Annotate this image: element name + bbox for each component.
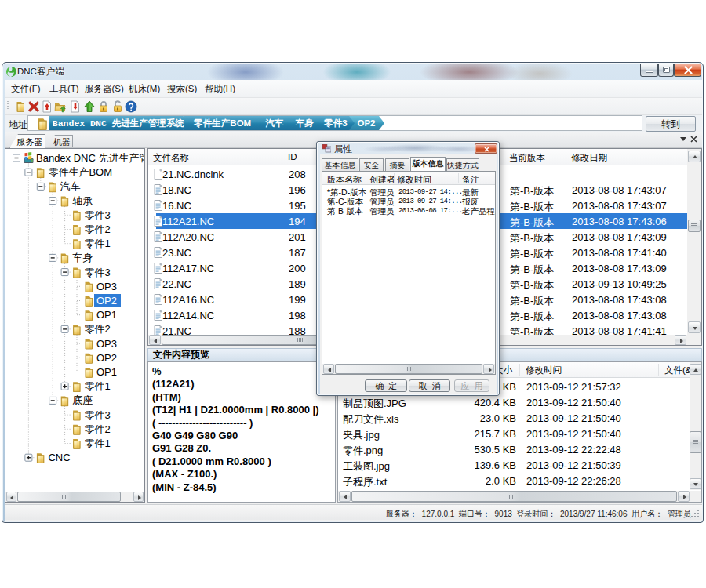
svg-text:底座: 底座 [72,394,93,406]
svg-text:CNC: CNC [48,452,70,463]
svg-text:零件3: 零件3 [323,118,347,129]
svg-text:OP1: OP1 [96,366,117,378]
svg-text:车身: 车身 [295,118,315,128]
svg-text:汽车: 汽车 [60,180,81,192]
svg-text:零件1: 零件1 [85,437,111,449]
svg-text:零件2: 零件2 [85,423,111,435]
svg-text:零件1: 零件1 [85,238,111,249]
svg-text:零件2: 零件2 [85,223,111,235]
svg-text:零件3: 零件3 [85,409,111,421]
svg-text:OP2: OP2 [96,295,117,307]
svg-text:零件生产BOM: 零件生产BOM [48,166,112,178]
svg-text:零件生产BOM: 零件生产BOM [193,118,251,129]
svg-text:Bandex DNC 先进生产管理系统: Bandex DNC 先进生产管理系统 [53,118,184,129]
svg-text:零件1: 零件1 [85,380,111,392]
svg-text:Bandex DNC 先进生产管理系统: Bandex DNC 先进生产管理系统 [36,152,144,164]
svg-text:OP1: OP1 [96,309,117,321]
svg-text:OP3: OP3 [96,281,117,292]
svg-text:车身: 车身 [72,252,93,263]
svg-text:零件3: 零件3 [85,267,111,278]
svg-text:OP2: OP2 [357,118,375,128]
svg-text:零件2: 零件2 [85,323,111,335]
svg-text:零件3: 零件3 [85,209,111,221]
svg-text:OP2: OP2 [96,352,117,364]
svg-text:OP3: OP3 [96,338,117,350]
svg-text:轴承: 轴承 [72,195,93,207]
svg-text:汽车: 汽车 [265,118,285,128]
